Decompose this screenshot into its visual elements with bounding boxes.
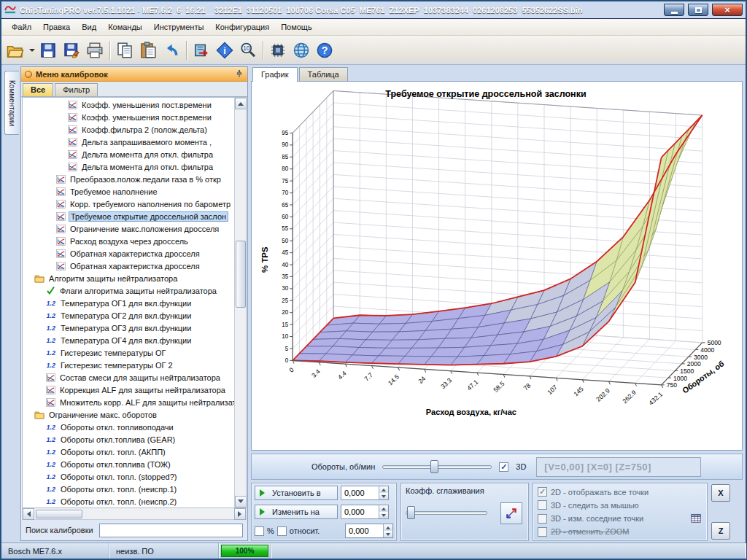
tree-item[interactable]: Требуемое наполнение (23, 185, 234, 198)
spin-up-icon[interactable] (379, 505, 388, 512)
menu-item-6[interactable]: Помощь (275, 20, 318, 34)
apply-smoothing-button[interactable] (500, 502, 522, 524)
tree-item[interactable]: 1.2Температура ОГ1 для вкл.функции (23, 297, 234, 309)
sidebar-header[interactable]: Меню калибровок (21, 67, 247, 82)
rpm-slider[interactable] (382, 459, 492, 474)
set-value-button[interactable]: Установить в (255, 486, 338, 500)
tree-item[interactable]: Корр. требуемого наполнения по барометр (23, 198, 234, 210)
save-edit-button[interactable] (61, 39, 82, 61)
spin-up-icon[interactable] (384, 524, 392, 531)
tree-item[interactable]: 1.2Температура ОГ4 для вкл.функции (23, 334, 234, 346)
zoom-button[interactable]: 10 (237, 39, 259, 61)
minimize-button[interactable] (664, 4, 684, 16)
tree-item[interactable]: Состав смеси для защиты нейтрализатора (23, 371, 234, 384)
spin-down-icon[interactable] (384, 531, 392, 537)
scroll-left-icon[interactable] (23, 508, 34, 520)
change-by-field[interactable]: 0,000 (341, 505, 379, 518)
tree-item[interactable]: 1.2Гистерезис температуры ОГ 2 (23, 359, 234, 371)
open-button[interactable] (4, 39, 26, 61)
tree-item[interactable]: Коэфф.фильтра 2 (полож.дельта) (23, 123, 234, 136)
tree-horizontal-scrollbar[interactable] (22, 508, 247, 520)
spin-down-icon[interactable] (379, 512, 388, 518)
tab-graph[interactable]: График (252, 67, 298, 82)
relative-checkbox[interactable] (277, 526, 287, 536)
tree-item[interactable]: 1.2Температура ОГ2 для вкл.функции (23, 309, 234, 322)
scrollbar-thumb[interactable] (236, 241, 246, 308)
tree-item[interactable]: 1.2Обороты откл. топл. (неиспр.2) (23, 495, 234, 508)
change-by-button[interactable]: Изменить на (255, 505, 338, 519)
save-button[interactable] (37, 39, 59, 61)
tree-item[interactable]: Флаги алгоритма защиты нейтрализатора (23, 284, 234, 297)
x-axis-button[interactable]: X (711, 484, 730, 502)
menu-item-1[interactable]: Правка (37, 20, 76, 34)
menu-item-3[interactable]: Команды (102, 20, 148, 34)
tree-item[interactable]: Множитель корр. ALF для защиты нейтрализ… (23, 396, 234, 408)
view-option-checkbox-0[interactable] (538, 487, 547, 497)
tree-item[interactable]: Обратная характеристка дросселя (23, 247, 234, 260)
copy-button[interactable] (114, 39, 136, 61)
tree-item[interactable]: 1.2Обороты откл. топливоподачи (23, 421, 234, 433)
info-button[interactable]: i (214, 39, 236, 61)
tree-item[interactable]: 1.2Обороты откл. топл. (stopped?) (23, 470, 234, 483)
undo-button[interactable] (160, 39, 182, 61)
tab-table[interactable]: Таблица (299, 67, 348, 81)
tree-item[interactable]: Дельта запрашиваемого момента , (23, 136, 234, 148)
tree-item[interactable]: 1.2Обороты откл. топл. (АКПП) (23, 446, 234, 458)
help-button[interactable]: ? (314, 39, 336, 61)
tree-item[interactable]: Коррекция ALF для защиты нейтрализатора (23, 384, 234, 396)
spin-down-icon[interactable] (379, 493, 388, 499)
tree-item-selected[interactable]: Требуемое открытие дроссельной заслон (23, 210, 234, 222)
set-value-spinner[interactable]: 0,000 (341, 486, 389, 500)
grid-edit-button[interactable] (689, 513, 703, 524)
tree-item[interactable]: Преобразов.полож.педали газа в % откр (23, 173, 234, 185)
tree-item[interactable]: Коэфф. уменьшения пост.времени (23, 111, 234, 123)
tab-all[interactable]: Все (23, 83, 53, 96)
tree-item[interactable]: 1.2Гистерезис температуры ОГ (23, 346, 234, 359)
view-option-checkbox-3[interactable] (538, 527, 547, 537)
tree-item[interactable]: 1.2Температура ОГ3 для вкл.функции (23, 322, 234, 334)
maximize-button[interactable] (688, 4, 708, 16)
open-dropdown-icon[interactable] (28, 39, 36, 61)
tree-vertical-scrollbar[interactable] (234, 98, 246, 508)
throttle-surface-chart[interactable]: 0510152025303540455055606570758085909503… (252, 82, 742, 450)
tree-item[interactable]: Расход воздуха через дроссель (23, 235, 234, 247)
print-button[interactable] (84, 39, 106, 61)
percent-checkbox[interactable] (255, 526, 264, 536)
globe-button[interactable] (290, 39, 312, 61)
menu-item-4[interactable]: Инструменты (148, 20, 210, 34)
relative-spinner[interactable]: 0,000 (345, 524, 393, 538)
z-axis-button[interactable]: Z (711, 522, 730, 540)
tab-filter[interactable]: Фильтр (55, 83, 98, 96)
tree-item[interactable]: Дельта момента для откл. фильтра (23, 160, 234, 173)
scroll-up-icon[interactable] (235, 98, 247, 109)
view-option-checkbox-2[interactable] (538, 514, 547, 524)
tree-item[interactable]: Ограничение макс.положения дросселя (23, 222, 234, 235)
menu-item-0[interactable]: Файл (6, 20, 37, 34)
spin-up-icon[interactable] (379, 486, 388, 493)
tree-item[interactable]: 1.2Обороты откл. топл. (неиспр.1) (23, 483, 234, 495)
calibration-search-input[interactable] (99, 524, 243, 537)
scroll-down-icon[interactable] (235, 496, 247, 508)
tree-item[interactable]: Ограничение макс. оборотов (23, 408, 234, 421)
hscrollbar-thumb[interactable] (36, 510, 82, 518)
tree-item[interactable]: Дельта момента для откл. фильтра (23, 148, 234, 160)
relative-field[interactable]: 0,000 (346, 524, 383, 537)
comments-tab[interactable]: Комментарии (4, 71, 19, 135)
menu-item-2[interactable]: Вид (76, 20, 102, 34)
set-value-field[interactable]: 0,000 (341, 486, 379, 499)
titlebar[interactable]: ChipTuningPRO ver.7.5.1.1021 - ME7.6.2_6… (1, 1, 746, 19)
chip-io-button[interactable] (190, 39, 212, 61)
paste-button[interactable] (137, 39, 159, 61)
tree-item[interactable]: Обратная характеристка дросселя (23, 260, 234, 272)
change-by-spinner[interactable]: 0,000 (341, 505, 389, 519)
close-button[interactable]: × (712, 4, 743, 16)
scroll-right-icon[interactable] (234, 508, 246, 520)
tree-item[interactable]: 1.2Обороты откл.топлива (ТОЖ) (23, 458, 234, 470)
menu-item-5[interactable]: Конфигурация (209, 20, 275, 34)
tree-item[interactable]: 1.2Обороты откл.топлива (GEAR) (23, 433, 234, 446)
view-option-checkbox-1[interactable] (538, 500, 547, 510)
tree-item[interactable]: Коэфф. уменьшения пост.времени (23, 98, 234, 111)
pin-icon[interactable] (235, 68, 244, 81)
chip-button[interactable] (267, 39, 289, 61)
smoothing-slider[interactable] (406, 505, 487, 520)
